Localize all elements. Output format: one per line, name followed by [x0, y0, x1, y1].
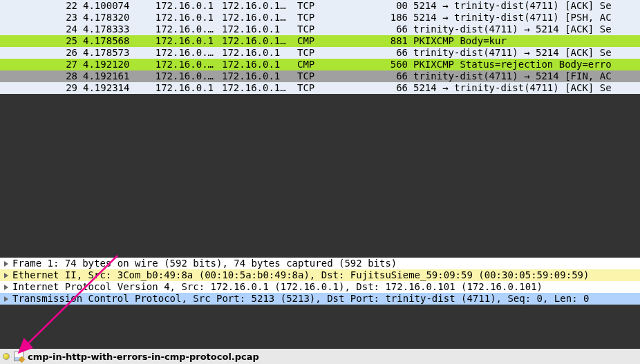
packet-col-no: 25 — [0, 35, 83, 47]
detail-tree-row[interactable]: Transmission Control Protocol, Src Port:… — [0, 293, 640, 305]
packet-col-length: 66 — [330, 70, 413, 82]
packet-col-source: 172.16.0.1 — [138, 82, 218, 94]
packet-col-time: 4.178573 — [83, 47, 138, 59]
packet-col-destination: 172.16.0.1… — [218, 35, 297, 47]
packet-col-no: 28 — [0, 70, 83, 82]
tree-expand-icon[interactable] — [3, 296, 10, 303]
packet-col-time: 4.100074 — [83, 0, 138, 12]
svg-marker-3 — [4, 296, 8, 302]
status-filename: cmp-in-http-with-errors-in-cmp-protocol.… — [28, 352, 259, 362]
packet-col-time: 4.192314 — [83, 82, 138, 94]
packet-col-source: 172.16.0.1 — [138, 12, 218, 23]
capture-file-properties-icon[interactable] — [14, 352, 23, 361]
packet-col-info: 5214 → trinity-dist(4711) [PSH, AC — [413, 12, 640, 23]
packet-col-time: 4.178568 — [83, 35, 138, 47]
packet-col-source: 172.16.0.… — [138, 23, 218, 35]
packet-col-info: PKIXCMP Status=rejection Body=erro — [413, 59, 640, 70]
packet-col-source: 172.16.0.… — [138, 70, 218, 82]
packet-col-no: 22 — [0, 0, 83, 12]
detail-tree-row[interactable]: Internet Protocol Version 4, Src: 172.16… — [0, 281, 640, 293]
packet-col-time: 4.178333 — [83, 23, 138, 35]
packet-list[interactable]: 224.100074172.16.0.1172.16.0.1…TCP005214… — [0, 0, 640, 94]
detail-tree-row[interactable]: Frame 1: 74 bytes on wire (592 bits), 74… — [0, 258, 640, 269]
packet-col-time: 4.192120 — [83, 59, 138, 70]
packet-col-destination: 172.16.0.1 — [218, 47, 297, 59]
packet-col-length: 560 — [330, 59, 413, 70]
detail-text: Transmission Control Protocol, Src Port:… — [12, 293, 589, 305]
packet-col-destination: 172.16.0.1 — [218, 59, 297, 70]
packet-col-protocol: CMP — [297, 35, 330, 47]
packet-col-destination: 172.16.0.1… — [218, 0, 297, 12]
packet-row[interactable]: 294.192314172.16.0.1172.16.0.1…TCP665214… — [0, 82, 640, 94]
packet-col-length: 00 — [330, 0, 413, 12]
packet-col-destination: 172.16.0.1… — [218, 12, 297, 23]
packet-col-protocol: TCP — [297, 82, 330, 94]
packet-col-length: 66 — [330, 47, 413, 59]
packet-col-no: 24 — [0, 23, 83, 35]
packet-col-protocol: TCP — [297, 47, 330, 59]
packet-col-destination: 172.16.0.1… — [218, 82, 297, 94]
packet-col-time: 4.192161 — [83, 70, 138, 82]
packet-col-protocol: TCP — [297, 23, 330, 35]
packet-col-time: 4.178320 — [83, 12, 138, 23]
packet-row[interactable]: 224.100074172.16.0.1172.16.0.1…TCP005214… — [0, 0, 640, 12]
tree-expand-icon[interactable] — [3, 260, 10, 267]
packet-row[interactable]: 284.192161172.16.0.…172.16.0.1TCP66trini… — [0, 70, 640, 82]
packet-col-source: 172.16.0.1 — [138, 35, 218, 47]
packet-col-length: 186 — [330, 12, 413, 23]
packet-col-length: 66 — [330, 82, 413, 94]
packet-row[interactable]: 274.192120172.16.0.…172.16.0.1CMP560PKIX… — [0, 59, 640, 70]
packet-col-protocol: CMP — [297, 59, 330, 70]
packet-row[interactable]: 264.178573172.16.0.…172.16.0.1TCP66trini… — [0, 47, 640, 59]
packet-col-info: trinity-dist(4711) → 5214 [FIN, AC — [413, 70, 640, 82]
packet-col-source: 172.16.0.… — [138, 47, 218, 59]
packet-col-length: 66 — [330, 23, 413, 35]
detail-text: Frame 1: 74 bytes on wire (592 bits), 74… — [12, 258, 397, 269]
packet-row[interactable]: 234.178320172.16.0.1172.16.0.1…TCP186521… — [0, 12, 640, 23]
bytes-pane-placeholder — [0, 305, 640, 354]
packet-col-destination: 172.16.0.1 — [218, 70, 297, 82]
packet-col-no: 23 — [0, 12, 83, 23]
status-bar: cmp-in-http-with-errors-in-cmp-protocol.… — [0, 349, 640, 364]
packet-col-destination: 172.16.0.1 — [218, 23, 297, 35]
packet-col-info: 5214 → trinity-dist(4711) [ACK] Se — [413, 82, 640, 94]
packet-row[interactable]: 254.178568172.16.0.1172.16.0.1…CMP881PKI… — [0, 35, 640, 47]
detail-tree-row[interactable]: Ethernet II, Src: 3Com_b0:49:8a (00:10:5… — [0, 269, 640, 281]
packet-col-info: trinity-dist(4711) → 5214 [ACK] Se — [413, 47, 640, 59]
packet-col-info: 5214 → trinity-dist(4711) [ACK] Se — [413, 0, 640, 12]
svg-marker-1 — [4, 273, 8, 278]
packet-col-no: 29 — [0, 82, 83, 94]
packet-col-source: 172.16.0.1 — [138, 0, 218, 12]
packet-col-protocol: TCP — [297, 70, 330, 82]
detail-text: Internet Protocol Version 4, Src: 172.16… — [12, 281, 543, 293]
packet-col-info: PKIXCMP Body=kur — [413, 35, 640, 47]
packet-col-source: 172.16.0.… — [138, 59, 218, 70]
svg-marker-2 — [4, 285, 8, 290]
svg-marker-0 — [4, 261, 8, 267]
packet-list-empty-area — [0, 94, 640, 258]
packet-details-pane[interactable]: Frame 1: 74 bytes on wire (592 bits), 74… — [0, 258, 640, 305]
packet-col-no: 27 — [0, 59, 83, 70]
packet-col-length: 881 — [330, 35, 413, 47]
packet-col-protocol: TCP — [297, 0, 330, 12]
detail-text: Ethernet II, Src: 3Com_b0:49:8a (00:10:5… — [12, 269, 589, 281]
packet-col-info: trinity-dist(4711) → 5214 [ACK] Se — [413, 23, 640, 35]
tree-expand-icon[interactable] — [3, 272, 10, 279]
expert-info-indicator-icon[interactable] — [3, 353, 10, 360]
packet-col-no: 26 — [0, 47, 83, 59]
packet-col-protocol: TCP — [297, 12, 330, 23]
packet-row[interactable]: 244.178333172.16.0.…172.16.0.1TCP66trini… — [0, 23, 640, 35]
tree-expand-icon[interactable] — [3, 284, 10, 291]
